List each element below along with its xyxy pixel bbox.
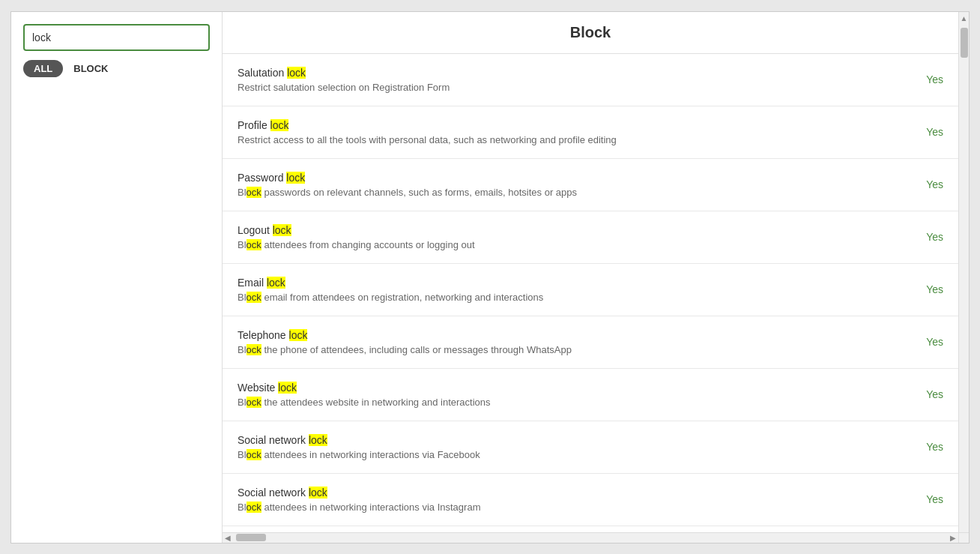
item-title: Social network lock bbox=[238, 434, 906, 446]
item-desc-highlight: ock bbox=[246, 239, 261, 250]
item-desc-prefix: Bl bbox=[238, 187, 246, 198]
list-item[interactable]: Email lock Block email from attendees on… bbox=[223, 264, 958, 316]
item-desc-prefix: Bl bbox=[238, 502, 246, 513]
scroll-thumb-vertical[interactable] bbox=[961, 28, 968, 58]
item-content: Social network lock Block attendees in n… bbox=[238, 487, 906, 513]
item-description: Block email from attendees on registrati… bbox=[238, 292, 906, 303]
item-desc-highlight: ock bbox=[246, 292, 261, 303]
list-item[interactable]: Profile lock Restrict access to all the … bbox=[223, 106, 958, 159]
item-desc-full: Restrict salutation selection on Registr… bbox=[238, 82, 450, 93]
item-description: Block attendees from changing accounts o… bbox=[238, 239, 906, 250]
right-panel: Block Salutation lock Restrict salutatio… bbox=[223, 12, 958, 543]
item-desc-suffix: attendees from changing accounts or logg… bbox=[261, 239, 475, 250]
filter-all-button[interactable]: ALL bbox=[23, 60, 63, 77]
item-desc-highlight: ock bbox=[246, 397, 261, 408]
item-status: Yes bbox=[921, 493, 943, 505]
item-title-prefix: Password bbox=[238, 172, 286, 184]
item-title: Password lock bbox=[238, 172, 906, 184]
search-input[interactable] bbox=[23, 24, 210, 51]
item-title: Social network lock bbox=[238, 487, 906, 499]
item-title-prefix: Telephone bbox=[238, 329, 289, 341]
item-desc-suffix: the attendees website in networking and … bbox=[261, 397, 491, 408]
list-item[interactable]: Website lock Block the attendees website… bbox=[223, 369, 958, 421]
item-description: Restrict salutation selection on Registr… bbox=[238, 82, 906, 93]
item-title: Logout lock bbox=[238, 224, 906, 236]
item-desc-highlight: ock bbox=[246, 449, 261, 460]
item-status: Yes bbox=[921, 336, 943, 348]
item-desc-highlight: ock bbox=[246, 187, 261, 198]
item-desc-highlight: ock bbox=[246, 344, 261, 355]
item-description: Block attendees in networking interactio… bbox=[238, 502, 906, 513]
item-content: Logout lock Block attendees from changin… bbox=[238, 224, 906, 250]
item-desc-full: Restrict access to all the tools with pe… bbox=[238, 134, 617, 145]
scrollbar-corner bbox=[958, 532, 969, 543]
page-title: Block bbox=[238, 24, 943, 41]
item-description: Restrict access to all the tools with pe… bbox=[238, 134, 906, 145]
vertical-scrollbar[interactable]: ▲ ▼ bbox=[958, 12, 969, 543]
item-desc-suffix: the phone of attendees, including calls … bbox=[261, 344, 572, 355]
item-title-highlight: lock bbox=[309, 487, 327, 499]
item-title: Profile lock bbox=[238, 119, 906, 131]
main-container: ALL BLOCK Block Salutation lock Restrict… bbox=[10, 11, 970, 544]
item-content: Website lock Block the attendees website… bbox=[238, 382, 906, 408]
list-item[interactable]: Social network lock Block attendees in n… bbox=[223, 421, 958, 474]
item-content: Social network lock Block attendees in n… bbox=[238, 434, 906, 460]
item-desc-highlight: ock bbox=[246, 502, 261, 513]
item-desc-suffix: attendees in networking interactions via… bbox=[261, 449, 480, 460]
list-item[interactable]: Password lock Block passwords on relevan… bbox=[223, 159, 958, 211]
item-status: Yes bbox=[921, 283, 943, 295]
item-status: Yes bbox=[921, 388, 943, 400]
item-desc-suffix: email from attendees on registration, ne… bbox=[261, 292, 543, 303]
filter-block-button[interactable]: BLOCK bbox=[69, 60, 112, 77]
horizontal-scrollbar[interactable]: ◀ ▶ bbox=[223, 532, 958, 543]
list-item[interactable]: Logout lock Block attendees from changin… bbox=[223, 211, 958, 264]
item-title-highlight: lock bbox=[267, 277, 285, 289]
item-desc-suffix: attendees in networking interactions via… bbox=[261, 502, 481, 513]
item-content: Profile lock Restrict access to all the … bbox=[238, 119, 906, 145]
item-desc-prefix: Bl bbox=[238, 292, 246, 303]
item-title-prefix: Logout bbox=[238, 224, 273, 236]
item-status: Yes bbox=[921, 178, 943, 190]
item-title-highlight: lock bbox=[287, 67, 306, 79]
list-item[interactable]: Social network lock Block attendees in n… bbox=[223, 474, 958, 526]
item-status: Yes bbox=[921, 73, 943, 85]
item-title-prefix: Social network bbox=[238, 487, 309, 499]
left-panel: ALL BLOCK bbox=[11, 12, 223, 543]
item-title: Website lock bbox=[238, 382, 906, 394]
item-title-highlight: lock bbox=[273, 224, 291, 236]
list-item[interactable]: Telephone lock Block the phone of attend… bbox=[223, 316, 958, 369]
item-title: Salutation lock bbox=[238, 67, 906, 79]
scroll-left-arrow[interactable]: ◀ bbox=[223, 534, 233, 542]
item-title-prefix: Social network bbox=[238, 434, 309, 446]
scroll-thumb-horizontal[interactable] bbox=[236, 534, 266, 541]
item-desc-prefix: Bl bbox=[238, 239, 246, 250]
item-title-highlight: lock bbox=[270, 119, 289, 131]
scroll-up-arrow[interactable]: ▲ bbox=[961, 12, 968, 25]
list-item[interactable]: Salutation lock Restrict salutation sele… bbox=[223, 54, 958, 106]
item-description: Block passwords on relevant channels, su… bbox=[238, 187, 906, 198]
item-desc-prefix: Bl bbox=[238, 397, 246, 408]
item-description: Block attendees in networking interactio… bbox=[238, 449, 906, 460]
item-title-prefix: Email bbox=[238, 277, 267, 289]
item-title-highlight: lock bbox=[278, 382, 297, 394]
item-desc-suffix: passwords on relevant channels, such as … bbox=[261, 187, 577, 198]
item-content: Password lock Block passwords on relevan… bbox=[238, 172, 906, 198]
item-desc-prefix: Bl bbox=[238, 344, 246, 355]
items-list[interactable]: Salutation lock Restrict salutation sele… bbox=[223, 54, 958, 543]
item-status: Yes bbox=[921, 126, 943, 138]
filter-buttons: ALL BLOCK bbox=[23, 60, 210, 77]
item-title: Email lock bbox=[238, 277, 906, 289]
item-title: Telephone lock bbox=[238, 329, 906, 341]
item-title-prefix: Salutation bbox=[238, 67, 287, 79]
item-title-highlight: lock bbox=[309, 434, 327, 446]
item-description: Block the phone of attendees, including … bbox=[238, 344, 906, 355]
item-description: Block the attendees website in networkin… bbox=[238, 397, 906, 408]
right-header: Block bbox=[223, 12, 958, 54]
item-desc-prefix: Bl bbox=[238, 449, 246, 460]
item-status: Yes bbox=[921, 441, 943, 453]
scroll-right-arrow[interactable]: ▶ bbox=[948, 534, 958, 542]
item-title-prefix: Profile bbox=[238, 119, 270, 131]
item-title-highlight: lock bbox=[286, 172, 305, 184]
item-content: Email lock Block email from attendees on… bbox=[238, 277, 906, 303]
item-title-prefix: Website bbox=[238, 382, 278, 394]
